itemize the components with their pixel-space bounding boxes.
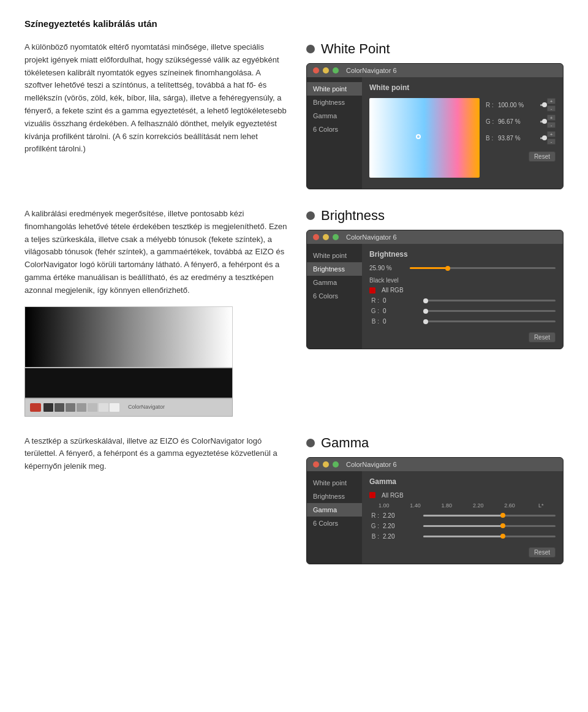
brightness-g-label: G : — [369, 308, 379, 314]
cn-body-g: White point Brightness Gamma 6 Colors Ga… — [307, 471, 563, 564]
gamma-dot — [306, 439, 315, 447]
minimize-icon-b[interactable] — [323, 234, 329, 240]
wp-r-label: R : — [486, 102, 496, 108]
wp-r-slider[interactable] — [540, 104, 545, 106]
all-rgb-checkbox-g[interactable] — [369, 492, 375, 498]
sidebar-item-gamma-g[interactable]: Gamma — [307, 503, 362, 517]
minimize-icon[interactable] — [323, 67, 329, 74]
cn-window-gamma: ColorNavigator 6 White point Brightness … — [306, 457, 564, 564]
wp-b-slider[interactable] — [540, 137, 545, 139]
wp-b-plusminus: + - — [547, 131, 556, 145]
wp-b-minus[interactable]: - — [547, 138, 556, 145]
maximize-icon[interactable] — [333, 67, 339, 74]
gray-swatch-6 — [99, 403, 108, 412]
close-icon-b[interactable] — [313, 234, 319, 240]
cn-main-title: White point — [369, 83, 556, 92]
sidebar-item-6colors-b[interactable]: 6 Colors — [307, 289, 362, 303]
gray-swatch-1 — [43, 403, 53, 412]
cn-sidebar: White point Brightness Gamma 6 Colors — [307, 77, 362, 189]
page-title: Színegyeztetés kalibrálás után — [24, 18, 564, 29]
brightness-reset-button[interactable]: Reset — [529, 332, 556, 343]
close-icon[interactable] — [313, 67, 319, 74]
sidebar-item-wp-g[interactable]: White point — [307, 476, 362, 490]
wp-g-row: G : 96.67 % + - — [486, 115, 556, 128]
sidebar-item-bright-b[interactable]: Brightness — [307, 262, 362, 276]
cn-title-b: ColorNavigator 6 — [346, 233, 397, 241]
gamma-scale-5: 2.60 — [495, 502, 524, 509]
wp-g-slider[interactable] — [540, 121, 545, 123]
cn-main-brightness: Brightness 25.90 % Black level — [362, 244, 563, 349]
all-rgb-checkbox-b[interactable] — [369, 287, 375, 294]
cn-body: White point Brightness Gamma 6 Colors Wh… — [307, 77, 563, 189]
wp-right-sliders: R : 100.00 % + - — [486, 98, 556, 183]
brightness-g-slider[interactable] — [423, 310, 556, 312]
minimize-icon-g[interactable] — [323, 461, 329, 468]
brightness-g-value: 0 — [383, 308, 420, 314]
gamma-r-slider[interactable] — [423, 515, 556, 517]
gamma-r-row: R : 2.20 — [369, 512, 556, 519]
gamma-r-value: 2.20 — [383, 512, 420, 519]
brightness-heading: Brightness — [306, 208, 564, 224]
sidebar-item-6colors-g[interactable]: 6 Colors — [307, 517, 362, 530]
sidebar-item-wp-b[interactable]: White point — [307, 249, 362, 262]
wp-b-plus[interactable]: + — [547, 131, 556, 137]
close-icon-g[interactable] — [313, 461, 319, 468]
sidebar-item-white-point[interactable]: White point — [307, 82, 362, 96]
brightness-value: 25.90 % — [369, 265, 406, 271]
gamma-b-slider[interactable] — [423, 536, 556, 537]
brightness-r-slider[interactable] — [423, 300, 556, 301]
cn-sidebar-b: White point Brightness Gamma 6 Colors — [307, 244, 362, 349]
brightness-slider[interactable] — [410, 267, 556, 269]
grayscale-gradient — [24, 306, 233, 368]
gray-swatch-4 — [77, 403, 86, 412]
sidebar-item-6colors[interactable]: 6 Colors — [307, 123, 362, 136]
sidebar-item-brightness[interactable]: Brightness — [307, 96, 362, 109]
gamma-g-slider[interactable] — [423, 525, 556, 527]
brightness-r-row: R : 0 — [369, 297, 556, 304]
brightness-dot — [306, 211, 315, 220]
gray-swatches — [43, 403, 119, 412]
brightness-b-label: B : — [369, 318, 379, 325]
gray-swatch-5 — [88, 403, 97, 412]
wp-r-minus[interactable]: - — [547, 105, 556, 112]
gamma-title: Gamma — [321, 435, 369, 451]
wp-reset-button[interactable]: Reset — [529, 151, 556, 162]
all-rgb-label-b: All RGB — [382, 287, 404, 294]
wp-gradient-area — [369, 98, 480, 183]
sidebar-item-gamma-b[interactable]: Gamma — [307, 276, 362, 289]
gamma-heading: Gamma — [306, 435, 564, 451]
section3-right: Gamma ColorNavigator 6 White point Brigh… — [306, 435, 564, 564]
wp-r-plus[interactable]: + — [547, 98, 556, 104]
wp-dot — [416, 134, 421, 139]
cn-titlebar-b: ColorNavigator 6 — [307, 230, 563, 244]
brightness-b-slider[interactable] — [423, 320, 556, 322]
gamma-reset-button[interactable]: Reset — [529, 547, 556, 558]
wp-g-minus[interactable]: - — [547, 122, 556, 128]
gamma-scale-4: 2.20 — [464, 502, 492, 509]
cn-main-white-point: White point R : 100.00 % — [362, 77, 563, 189]
reset-area-wp: Reset — [486, 148, 556, 162]
gamma-g-row: G : 2.20 — [369, 523, 556, 529]
eizo-logo-swatch — [30, 403, 41, 412]
wp-area: R : 100.00 % + - — [369, 98, 556, 183]
all-rgb-label-g: All RGB — [382, 492, 404, 499]
wp-b-value: 93.87 % — [498, 135, 538, 142]
maximize-icon-b[interactable] — [333, 234, 339, 240]
sidebar-item-gamma[interactable]: Gamma — [307, 109, 362, 123]
section1-text: A különböző nyomtatók eltérő nyomtatási … — [24, 41, 288, 189]
cn-main-title-g: Gamma — [369, 477, 556, 486]
white-point-title: White Point — [321, 41, 390, 57]
reset-area-g: Reset — [369, 543, 556, 558]
maximize-icon-g[interactable] — [333, 461, 339, 468]
gamma-b-value: 2.20 — [383, 533, 420, 540]
sidebar-item-bright-g[interactable]: Brightness — [307, 490, 362, 503]
wp-g-plus[interactable]: + — [547, 115, 556, 121]
gamma-scale-1: 1.00 — [369, 502, 398, 509]
section3-text-area: A tesztkép a szürkeskálával, illetve az … — [24, 435, 288, 564]
wp-color-gradient — [369, 98, 480, 178]
gray-swatch-3 — [66, 403, 75, 412]
section-white-point: A különböző nyomtatók eltérő nyomtatási … — [24, 41, 564, 189]
gamma-scale: 1.00 1.40 1.80 2.20 2.60 L* — [369, 502, 556, 509]
gamma-scale-6: L* — [527, 502, 556, 509]
gray-swatch-2 — [55, 403, 64, 412]
